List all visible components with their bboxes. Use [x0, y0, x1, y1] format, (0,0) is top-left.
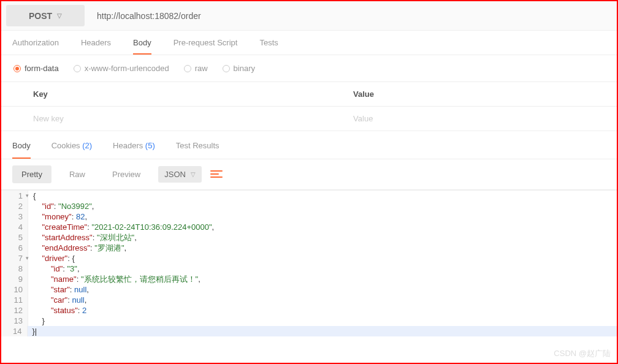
radio-label: raw [195, 64, 208, 73]
code-line: 6 "endAddress": "罗湖港", [1, 243, 617, 253]
code-line: 9 "name": "系统比较繁忙，请您稍后再试！", [1, 274, 617, 284]
code-line: 11 "car": null, [1, 295, 617, 305]
chevron-down-icon: ▽ [191, 171, 196, 178]
code-content: }| [28, 326, 617, 336]
line-number: 1▾ [1, 191, 28, 201]
tab-count: (5) [145, 141, 155, 150]
request-bar: POST ▽ http://localhost:18082/order [1, 1, 617, 31]
response-tab-cookies[interactable]: Cookies (2) [52, 141, 92, 159]
radio-label: binary [234, 64, 255, 73]
code-content: "driver": { [28, 253, 75, 264]
raw-button[interactable]: Raw [60, 165, 94, 183]
line-number: 3 [1, 211, 28, 222]
code-content: "createTime": "2021-02-24T10:36:09.224+0… [28, 222, 214, 232]
line-number: 9 [1, 274, 28, 284]
radio-label: form-data [25, 64, 59, 73]
code-content: "startAddress": "深圳北站", [28, 232, 137, 243]
radio-x-www-form-urlencoded[interactable]: x-www-form-urlencoded [74, 64, 169, 73]
tab-authorization[interactable]: Authorization [12, 38, 59, 55]
response-tab-test-results[interactable]: Test Results [176, 141, 219, 159]
kv-key-input[interactable]: New key [25, 107, 345, 131]
kv-header-row: Key Value [1, 82, 617, 106]
request-tabs: AuthorizationHeadersBodyPre-request Scri… [1, 31, 617, 55]
code-content: "id": "No3992", [28, 201, 94, 211]
fold-icon[interactable]: ▾ [26, 253, 29, 264]
response-tab-body[interactable]: Body [12, 141, 31, 159]
body-type-radios: form-datax-www-form-urlencodedrawbinary [1, 55, 617, 82]
code-content: "status": 2 [28, 305, 86, 316]
radio-icon [223, 65, 230, 72]
fold-icon[interactable]: ▾ [26, 191, 29, 201]
radio-icon [13, 65, 21, 72]
url-text: http://localhost:18082/order [97, 11, 201, 21]
response-tabs: Body Cookies (2)Headers (5)Test Results [1, 132, 617, 159]
line-number: 7▾ [1, 253, 28, 264]
kv-input-row: New key Value [1, 106, 617, 131]
code-line: 1▾{ [1, 191, 617, 201]
pretty-button[interactable]: Pretty [12, 165, 52, 183]
code-content: "star": null, [28, 284, 89, 295]
line-number: 4 [1, 222, 28, 232]
line-number: 12 [1, 305, 28, 316]
tab-body[interactable]: Body [133, 38, 151, 55]
code-content: "name": "系统比较繁忙，请您稍后再试！", [28, 274, 200, 284]
url-input[interactable]: http://localhost:18082/order [90, 1, 617, 30]
code-content: "id": "3", [28, 264, 80, 274]
watermark: CSDN @赵广陆 [554, 348, 611, 359]
code-line: 10 "star": null, [1, 284, 617, 295]
preview-button[interactable]: Preview [103, 165, 150, 183]
code-line: 8 "id": "3", [1, 264, 617, 274]
code-line: 7▾ "driver": { [1, 253, 617, 264]
http-method-selector[interactable]: POST ▽ [6, 5, 85, 26]
code-line: 14}| [1, 326, 617, 336]
line-number: 8 [1, 264, 28, 274]
code-content: } [28, 316, 45, 326]
http-method-label: POST [29, 11, 52, 21]
line-number: 13 [1, 316, 28, 326]
view-bar: Pretty Raw Preview JSON ▽ [1, 159, 617, 190]
postman-window: POST ▽ http://localhost:18082/order Auth… [0, 0, 618, 364]
kv-key-header: Key [25, 82, 345, 106]
kv-value-input[interactable]: Value [345, 107, 617, 131]
line-number: 10 [1, 284, 28, 295]
code-content: "money": 82, [28, 211, 87, 222]
code-content: "car": null, [28, 295, 86, 305]
response-body[interactable]: 1▾{2 "id": "No3992",3 "money": 82,4 "cre… [1, 190, 617, 336]
code-line: 3 "money": 82, [1, 211, 617, 222]
tab-headers[interactable]: Headers [81, 38, 111, 55]
tab-count: (2) [82, 141, 92, 150]
code-line: 12 "status": 2 [1, 305, 617, 316]
code-line: 4 "createTime": "2021-02-24T10:36:09.224… [1, 222, 617, 232]
radio-label: x-www-form-urlencoded [85, 64, 169, 73]
radio-raw[interactable]: raw [184, 64, 208, 73]
response-type-label: JSON [164, 170, 186, 179]
code-line: 5 "startAddress": "深圳北站", [1, 232, 617, 243]
tab-tests[interactable]: Tests [259, 38, 278, 55]
line-number: 5 [1, 232, 28, 243]
code-content: "endAddress": "罗湖港", [28, 243, 126, 253]
radio-form-data[interactable]: form-data [13, 64, 59, 73]
response-type-selector[interactable]: JSON ▽ [158, 166, 202, 183]
radio-icon [184, 65, 191, 72]
kv-value-header: Value [345, 82, 617, 106]
chevron-down-icon: ▽ [57, 12, 62, 19]
code-content: { [28, 191, 36, 201]
line-number: 14 [1, 326, 28, 336]
tab-pre-request-script[interactable]: Pre-request Script [174, 38, 238, 55]
code-line: 13 } [1, 316, 617, 326]
radio-binary[interactable]: binary [223, 64, 255, 73]
wrap-lines-icon[interactable] [210, 170, 223, 179]
line-number: 6 [1, 243, 28, 253]
radio-icon [74, 65, 81, 72]
line-number: 11 [1, 295, 28, 305]
line-number: 2 [1, 201, 28, 211]
response-tab-headers[interactable]: Headers (5) [113, 141, 155, 159]
code-line: 2 "id": "No3992", [1, 201, 617, 211]
